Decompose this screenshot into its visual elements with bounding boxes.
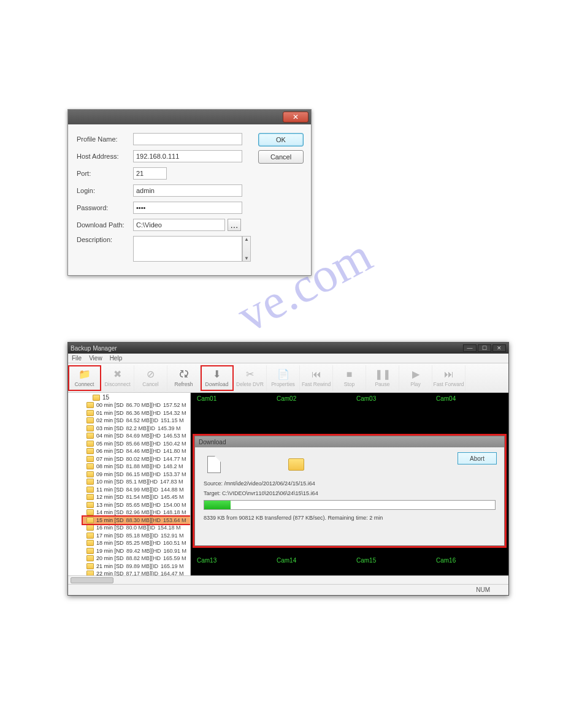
horizontal-scrollbar[interactable] [68, 575, 508, 584]
tree-row[interactable]: 18 min [SD85.25 MB][HD160.51 M [83, 539, 190, 547]
tree-row[interactable]: 20 min [SD88.82 MB][HD165.59 M [83, 555, 190, 563]
textarea-scrollbar[interactable]: ▲▼ [242, 236, 251, 262]
folder-icon [93, 395, 100, 401]
camera-label: Cam03 [356, 395, 376, 402]
toolbar-pause-button: ❚❚Pause [366, 365, 399, 391]
status-bar: NUM [68, 584, 508, 595]
description-input[interactable] [133, 236, 242, 262]
maximize-button[interactable]: ☐ [478, 344, 491, 352]
folder-icon [86, 502, 94, 508]
tree-row[interactable]: 02 min [SD84.52 MB][ID151.15 M [83, 417, 190, 425]
properties-icon: 📄 [277, 368, 289, 380]
fastrewind-icon: ⏮ [312, 369, 321, 380]
tree-row[interactable]: 08 min [SD81.88 MB][HD148.2 M [83, 463, 190, 471]
toolbar-download-button[interactable]: ⬇Download [201, 365, 234, 391]
menu-item-file[interactable]: File [72, 355, 82, 362]
file-tree[interactable]: 15 00 min [SD86.70 MB][HD157.52 M01 min … [68, 393, 191, 575]
abort-button[interactable]: Abort [458, 452, 497, 464]
tree-row[interactable]: 17 min [SD85.18 MB][ID152.91 M [83, 532, 190, 540]
backup-manager-window: Backup Manager — ☐ ✕ FileViewHelp 📁Conne… [67, 342, 509, 596]
tree-row[interactable]: 05 min [SD85.66 MB][HD150.42 M [83, 440, 190, 448]
ok-button[interactable]: OK [258, 133, 304, 146]
tree-row[interactable]: 04 min [SD84.69 MB][HD146.53 M [83, 432, 190, 440]
menu-item-help[interactable]: Help [110, 355, 123, 362]
profile-name-input[interactable] [133, 133, 242, 145]
profile-name-label: Profile Name: [77, 135, 133, 143]
port-input[interactable] [133, 167, 167, 180]
host-address-label: Host Address: [77, 153, 133, 160]
minimize-button[interactable]: — [463, 344, 477, 352]
source-value: /mnt/ide2/video/2012/06/24/15/15.i64 [224, 480, 315, 487]
close-icon: ✕ [293, 113, 299, 121]
video-grid: Cam01Cam02Cam03Cam04 Download Abort Sour… [191, 393, 508, 575]
target-value: C:\VIDEO\nvr110\2012\06\24\15\15.i64 [222, 490, 318, 496]
toolbar-refresh-button[interactable]: 🗘Refresh [167, 365, 201, 391]
tree-row[interactable]: 06 min [SD84.46 MB][HD141.80 M [83, 447, 190, 455]
tree-row[interactable]: 15 min [SD88.30 MB][HD153.64 M [83, 517, 190, 525]
window-close-button[interactable]: ✕ [492, 344, 506, 352]
tree-row[interactable]: 00 min [SD86.70 MB][HD157.52 M [83, 401, 190, 409]
folder-icon [86, 456, 94, 462]
folder-icon [86, 417, 94, 423]
folder-icon [86, 448, 94, 454]
toolbar-play-button: ▶Play [399, 365, 432, 391]
pause-icon: ❚❚ [375, 368, 391, 380]
tree-row[interactable]: 07 min [SD80.02 MB][HD144.77 M [83, 455, 190, 463]
tree-row[interactable]: 16 min [SD80.0 MB][ID154.18 M [83, 524, 190, 532]
toolbar-fastrewind-button: ⏮Fast Rewind [300, 365, 333, 391]
toolbar-connect-button[interactable]: 📁Connect [68, 365, 101, 391]
folder-icon [86, 410, 94, 416]
menu-item-view[interactable]: View [89, 355, 102, 362]
browse-button[interactable]: … [228, 219, 241, 231]
folder-icon [86, 540, 94, 546]
login-input[interactable] [133, 184, 242, 197]
toolbar-cancel-button: ⊘Cancel [134, 365, 167, 391]
download-path-input[interactable] [133, 219, 225, 231]
folder-icon [86, 433, 94, 439]
camera-label: Cam15 [356, 557, 376, 564]
tree-row[interactable]: 21 min [SD89.89 MB][ID165.19 M [83, 563, 190, 571]
toolbar-stop-button: ■Stop [333, 365, 366, 391]
tree-row[interactable]: 19 min [ND89.42 MB][HD160.91 M [83, 547, 190, 555]
tree-row[interactable]: 03 min [SD82.2 MB][ID145.39 M [83, 425, 190, 433]
camera-label: Cam14 [277, 557, 296, 564]
camera-label: Cam13 [197, 557, 216, 564]
toolbar-deletedvr-button: ✂Delete DVR [234, 365, 267, 391]
tree-row[interactable]: 09 min [SD86.15 MB][HD153.37 M [83, 471, 190, 479]
download-path-label: Download Path: [77, 221, 133, 229]
deletedvr-icon: ✂ [246, 368, 254, 380]
host-address-input[interactable] [133, 150, 242, 162]
close-button[interactable]: ✕ [283, 112, 308, 123]
folder-icon [86, 425, 94, 431]
password-input[interactable] [133, 202, 242, 214]
port-label: Port: [77, 170, 133, 177]
tree-root-node[interactable]: 15 [83, 394, 190, 401]
tree-row[interactable]: 22 min [SD87.17 MB][ID164.47 M [83, 570, 190, 575]
tree-root-label: 15 [102, 394, 109, 401]
cancel-button[interactable]: Cancel [258, 150, 304, 164]
tree-row[interactable]: 13 min [SD85.65 MB][HD154.00 M [83, 501, 190, 509]
target-label: Target: [204, 490, 221, 496]
folder-icon [86, 533, 94, 539]
folder-icon [86, 487, 94, 493]
tree-row[interactable]: 14 min [SD82.96 MB][HD148.18 M [83, 509, 190, 517]
toolbar-fastforward-button: ⏭Fast Forward [432, 365, 465, 391]
folder-icon [86, 555, 94, 561]
progress-fill [204, 501, 231, 509]
tree-row[interactable]: 01 min [SD86.36 MB][HD154.32 M [83, 409, 190, 417]
transfer-status: 8339 KB from 90812 KB transferred (877 K… [204, 515, 496, 521]
tree-row[interactable]: 10 min [SD85.1 MB][HD147.83 M [83, 478, 190, 486]
toolbar-disconnect-button: ✖Disconnect [101, 365, 134, 391]
source-label: Source: [204, 480, 223, 487]
login-label: Login: [77, 187, 133, 194]
tree-row[interactable]: 12 min [SD81.54 MB][ID145.45 M [83, 493, 190, 501]
tree-row[interactable]: 11 min [SD84.99 MB][ID144.88 M [83, 486, 190, 494]
download-panel-title: Download [195, 436, 504, 447]
folder-icon [86, 571, 94, 575]
folder-icon [86, 441, 94, 447]
play-icon: ▶ [412, 368, 419, 380]
window-title: Backup Manager [71, 345, 117, 352]
camera-label: Cam02 [277, 395, 296, 402]
camera-label: Cam01 [197, 395, 216, 402]
profile-dialog: ✕ Profile Name: Host Address: Port: Logi… [67, 109, 312, 276]
